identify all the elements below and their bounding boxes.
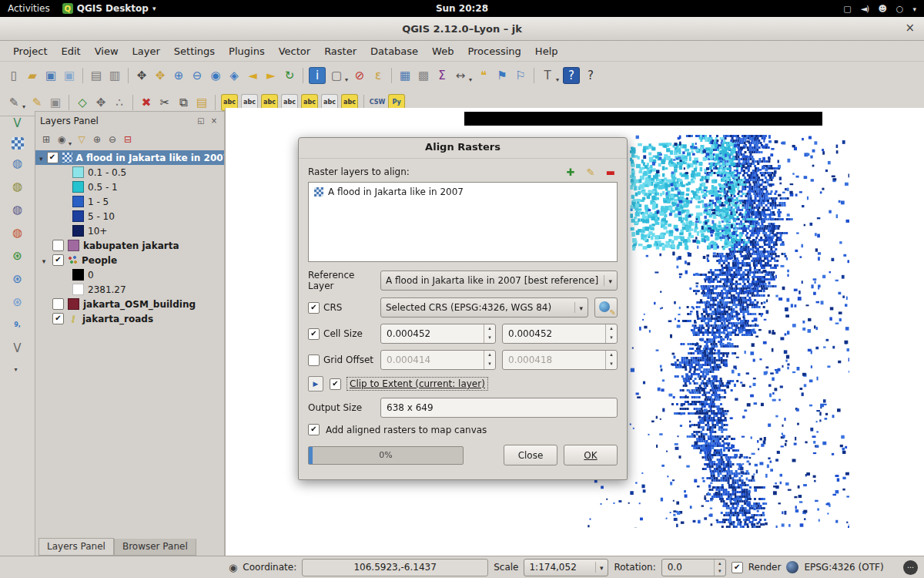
tab-browser-panel[interactable]: Browser Panel [114, 539, 196, 556]
collapse-all-icon[interactable]: ⊖ [105, 132, 120, 147]
display-icon[interactable] [843, 4, 851, 14]
layer-row-0-1-0-5[interactable]: 0.1 - 0.5 [35, 165, 224, 180]
layer-row-a-flood-in-jakarta-like-in-2007[interactable]: A flood in Jakarta like in 2007 [35, 150, 224, 165]
clip-extent-expander-button[interactable] [308, 376, 323, 391]
identify-features-icon[interactable]: i [309, 67, 326, 84]
add-mssql-layer-icon[interactable]: ◍ [8, 200, 27, 219]
whats-this-icon[interactable]: ? [581, 66, 600, 85]
raster-list-item[interactable]: A flood in Jakarta like in 2007 [311, 185, 614, 199]
add-wfs-layer-icon[interactable]: ⊛ [8, 293, 27, 311]
layer-row-people[interactable]: People [35, 253, 224, 267]
spin-down-icon[interactable] [484, 334, 495, 343]
menu-vector[interactable]: Vector [272, 42, 317, 60]
add-delimited-text-layer-icon[interactable]: 9, [8, 316, 27, 334]
menu-layer[interactable]: Layer [126, 42, 167, 60]
layer-checkbox[interactable] [47, 152, 59, 163]
spin-down-icon[interactable] [606, 334, 617, 343]
select-features-dropdown[interactable] [345, 72, 348, 84]
dialog-title[interactable]: Align Rasters [299, 138, 627, 159]
expand-all-icon[interactable]: ⊕ [89, 132, 105, 147]
map-tips-icon[interactable]: ❝ [474, 66, 493, 85]
measure-icon[interactable]: ↔ [451, 66, 470, 85]
spin-up-icon[interactable] [715, 560, 725, 568]
log-messages-button[interactable] [903, 560, 918, 575]
add-spatialite-layer-icon[interactable]: ◍ [8, 177, 27, 196]
clip-extent-label[interactable]: Clip to Extent (current: layer) [347, 378, 487, 390]
spin-up-icon[interactable] [484, 324, 495, 334]
open-attribute-table-icon[interactable]: ▦ [396, 66, 414, 85]
layer-row-5-10[interactable]: 5 - 10 [35, 209, 224, 223]
layer-checkbox[interactable] [52, 240, 64, 251]
activities-button[interactable]: Activities [8, 3, 50, 14]
raster-layers-list[interactable]: A flood in Jakarta like in 2007 [308, 182, 618, 262]
layer-row-kabupaten-jakarta[interactable]: kabupaten jakarta [35, 238, 224, 253]
cell-size-checkbox[interactable] [308, 328, 320, 340]
system-menu-caret-icon[interactable] [912, 4, 916, 14]
open-project-icon[interactable]: ▰ [23, 66, 42, 85]
layer-row-0-5-1[interactable]: 0.5 - 1 [35, 180, 224, 194]
menu-processing[interactable]: Processing [460, 42, 527, 60]
coordinate-capture-icon[interactable] [229, 562, 237, 573]
menu-project[interactable]: Project [6, 42, 54, 60]
layer-checkbox[interactable] [52, 254, 64, 266]
user-icon[interactable] [878, 4, 886, 14]
zoom-in-icon[interactable]: ⊕ [169, 66, 188, 85]
menu-raster[interactable]: Raster [317, 42, 363, 60]
zoom-next-icon[interactable]: ► [262, 66, 280, 85]
layer-row-jakarta-roads[interactable]: jakarta_roads [35, 311, 224, 326]
layer-row-0[interactable]: 0 [35, 267, 224, 282]
spin-up-icon[interactable] [606, 324, 617, 334]
add-raster-icon[interactable]: ✚ [564, 165, 578, 179]
expander-icon[interactable] [39, 255, 49, 266]
tab-layers-panel[interactable]: Layers Panel [38, 538, 114, 556]
coordinate-input[interactable]: 106.5923,-6.1437 [302, 559, 488, 576]
add-postgis-layer-icon[interactable]: ◍ [8, 154, 27, 173]
power-icon[interactable] [896, 4, 904, 14]
menu-help[interactable]: Help [528, 42, 565, 60]
expander-icon[interactable] [39, 153, 43, 163]
new-bookmark-icon[interactable]: ⚑ [493, 66, 511, 85]
grid-offset-y-spinner[interactable]: 0.000418 [502, 350, 618, 370]
select-crs-button[interactable]: ✎ [594, 297, 618, 318]
clip-extent-checkbox[interactable] [330, 378, 341, 390]
zoom-native-icon[interactable]: ◉ [206, 66, 225, 85]
pan-to-selection-icon[interactable]: ✥ [151, 66, 169, 85]
select-by-expression-icon[interactable]: ε [369, 66, 387, 85]
crs-status[interactable]: EPSG:4326 (OTF) [804, 562, 883, 573]
pan-map-icon[interactable]: ✥ [132, 66, 151, 85]
new-project-icon[interactable]: ▯ [5, 66, 23, 85]
volume-icon[interactable] [861, 4, 869, 14]
show-bookmarks-icon[interactable]: ⚐ [511, 66, 530, 85]
add-oracle-layer-icon[interactable]: ◍ [8, 223, 27, 242]
remove-layer-icon[interactable]: ⊟ [120, 132, 136, 147]
zoom-out-icon[interactable]: ⊖ [188, 66, 206, 85]
menu-web[interactable]: Web [425, 42, 460, 60]
manage-layer-visibility-icon[interactable]: ◉ [54, 132, 69, 147]
new-print-composer-icon[interactable]: ▤ [87, 66, 105, 85]
text-annotation-icon[interactable]: T [538, 66, 557, 85]
layer-row-10[interactable]: 10+ [35, 223, 224, 238]
filter-legend-icon[interactable]: ▽ [74, 132, 89, 147]
add-group-icon[interactable]: ⊞ [38, 132, 54, 147]
select-features-icon[interactable]: ▢ [327, 66, 346, 85]
menu-settings[interactable]: Settings [167, 42, 222, 60]
edit-raster-icon[interactable]: ✎ [584, 165, 598, 179]
remove-raster-icon[interactable]: ▬ [604, 165, 618, 179]
zoom-full-icon[interactable]: ◈ [225, 66, 243, 85]
menu-database[interactable]: Database [363, 42, 425, 60]
reference-layer-select[interactable]: A flood in Jakarta like in 2007 [best re… [380, 271, 618, 291]
add-raster-layer-icon[interactable] [12, 137, 24, 150]
menu-plugins[interactable]: Plugins [222, 42, 272, 60]
new-shapefile-layer-dropdown[interactable] [14, 362, 17, 374]
grid-offset-x-spinner[interactable]: 0.000414 [380, 350, 496, 370]
field-calculator-icon[interactable]: ▩ [414, 66, 433, 85]
add-wms-layer-icon[interactable]: ⊛ [8, 247, 27, 265]
layer-row-jakarta-osm-building[interactable]: jakarta_OSM_building [35, 297, 224, 311]
window-titlebar[interactable]: QGIS 2.12.0–Lyon – jk × [0, 17, 924, 41]
render-checkbox[interactable] [732, 562, 743, 573]
cell-size-x-spinner[interactable]: 0.000452 [380, 324, 496, 344]
deselect-features-icon[interactable]: ⊘ [350, 66, 369, 85]
spin-down-icon[interactable] [715, 567, 725, 576]
output-size-field[interactable]: 638 x 649 [380, 398, 618, 418]
layer-checkbox[interactable] [52, 313, 64, 324]
